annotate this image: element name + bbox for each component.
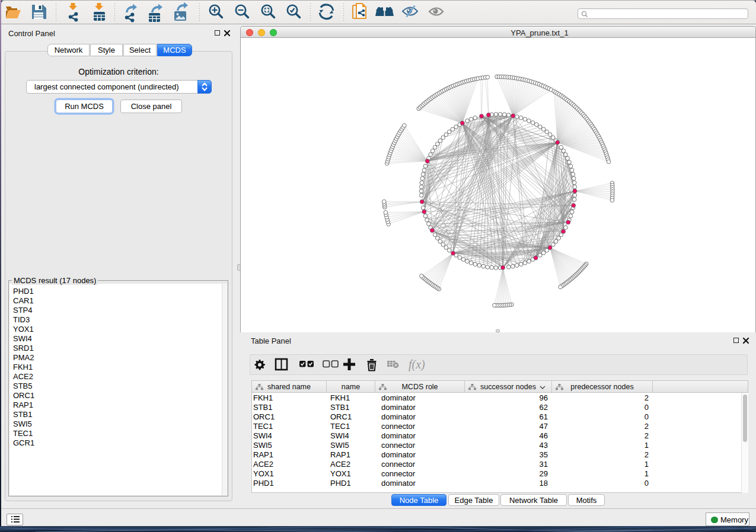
svg-text:f(x): f(x) (409, 358, 425, 371)
